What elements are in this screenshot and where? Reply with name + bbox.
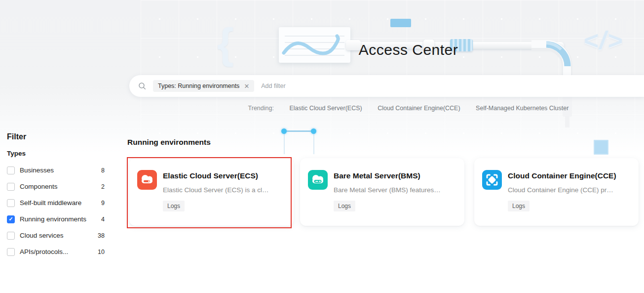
bms-bare-metal-icon (308, 170, 328, 190)
trending-link-kubernetes[interactable]: Self-Managed Kubernetes Cluster (476, 105, 568, 112)
filter-option-count: 9 (101, 200, 105, 207)
trending-link-ecs[interactable]: Elastic Cloud Server(ECS) (289, 105, 362, 112)
card-cloud-container-engine-cce[interactable]: Cloud Container Engine(CCE) Cloud Contai… (474, 158, 639, 226)
filter-options: ✓ Businesses 8 ✓ Components 2 ✓ Self-bui… (7, 162, 105, 260)
checkbox-unchecked[interactable]: ✓ (7, 199, 15, 207)
card-description: Elastic Cloud Server (ECS) is a cl… (163, 186, 287, 194)
logs-tag: Logs (508, 201, 530, 211)
trending-link-cce[interactable]: Cloud Container Engine(CCE) (378, 105, 460, 112)
filter-option-label: APIs/protocols... (20, 248, 98, 255)
filter-option-running-environments[interactable]: ✓ Running environments 4 (7, 211, 105, 227)
filter-option-count: 4 (101, 216, 105, 223)
card-title: Elastic Cloud Server(ECS) (163, 171, 258, 180)
card-title: Cloud Container Engine(CCE) (508, 171, 616, 180)
filter-option-count: 10 (98, 249, 105, 255)
filter-option-label: Running environments (20, 215, 101, 223)
filter-option-self-built-middleware[interactable]: ✓ Self-built middleware 9 (7, 195, 105, 211)
filter-option-label: Cloud services (20, 232, 98, 239)
logs-tag: Logs (163, 201, 185, 211)
ecs-cloud-server-icon (137, 170, 157, 190)
filter-option-businesses[interactable]: ✓ Businesses 8 (7, 162, 105, 178)
cce-container-icon (482, 170, 502, 190)
banner-grid-pattern (141, 0, 644, 145)
filter-option-label: Self-built middleware (20, 199, 101, 207)
search-filter-tag[interactable]: Types: Running environments ✕ (153, 80, 254, 92)
search-input[interactable] (261, 83, 644, 89)
section-title-running-environments: Running environments (127, 138, 211, 147)
close-icon[interactable]: ✕ (244, 83, 249, 89)
filter-option-label: Businesses (20, 167, 101, 174)
checkbox-unchecked[interactable]: ✓ (7, 248, 15, 256)
card-description: Bare Metal Server (BMS) features… (334, 186, 457, 194)
checkbox-unchecked[interactable]: ✓ (7, 167, 15, 174)
page-title: Access Center (173, 42, 644, 58)
checkbox-unchecked[interactable]: ✓ (7, 183, 15, 191)
filter-option-count: 8 (101, 167, 105, 174)
card-title: Bare Metal Server(BMS) (334, 171, 420, 180)
trending-label: Trending: (248, 105, 274, 112)
filter-sidebar: Filter Types ✓ Businesses 8 ✓ Components… (0, 0, 114, 293)
checkbox-unchecked[interactable]: ✓ (7, 232, 15, 240)
checkbox-checked[interactable]: ✓ (7, 215, 15, 223)
types-group-title: Types (7, 150, 26, 157)
card-elastic-cloud-server-ecs[interactable]: Elastic Cloud Server(ECS) Elastic Cloud … (129, 158, 294, 226)
filter-option-count: 2 (101, 183, 105, 190)
filter-option-label: Components (20, 183, 101, 190)
filter-tag-label: Types: Running environments (158, 83, 239, 89)
filter-option-count: 38 (98, 232, 105, 239)
filter-option-components[interactable]: ✓ Components 2 (7, 178, 105, 195)
logs-tag: Logs (334, 201, 355, 211)
card-bare-metal-server-bms[interactable]: Bare Metal Server(BMS) Bare Metal Server… (300, 158, 464, 226)
filter-option-cloud-services[interactable]: ✓ Cloud services 38 (7, 227, 105, 244)
trending-row: Trending: Elastic Cloud Server(ECS) Clou… (173, 105, 644, 112)
filter-option-apis-protocols[interactable]: ✓ APIs/protocols... 10 (7, 244, 105, 260)
filter-title: Filter (7, 132, 26, 141)
search-bar[interactable]: Types: Running environments ✕ (129, 75, 644, 97)
card-description: Cloud Container Engine (CCE) pr… (508, 186, 632, 194)
search-icon (138, 82, 146, 90)
